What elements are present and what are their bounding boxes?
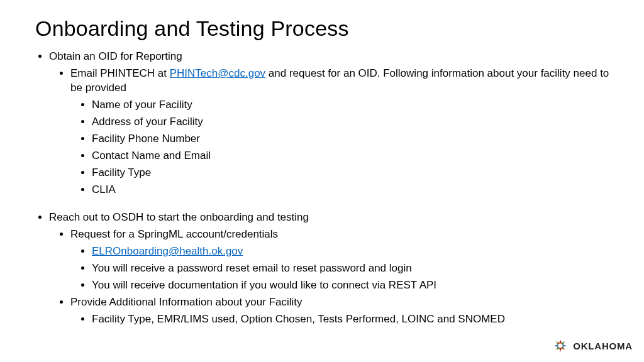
oklahoma-logo: OKLAHOMA — [552, 337, 633, 354]
text: Email PHINTECH at — [70, 67, 170, 79]
list-item: Provide Additional Information about you… — [70, 295, 613, 327]
slide: Onboarding and Testing Process Obtain an… — [0, 0, 644, 362]
list-item: Name of your Facility — [92, 98, 613, 112]
subsub-list: ELROnboarding@health.ok.gov You will rec… — [70, 244, 613, 293]
spacer — [35, 202, 613, 211]
list-item: Obtain an OID for Reporting Email PHINTE… — [49, 50, 613, 197]
logo-text: OKLAHOMA — [573, 341, 633, 351]
list-item: Facility Phone Number — [92, 132, 613, 146]
page-title: Onboarding and Testing Process — [35, 16, 613, 41]
list-item: Reach out to OSDH to start the onboardin… — [49, 211, 613, 327]
list-item: CLIA — [92, 183, 613, 197]
text: Provide Additional Information about you… — [70, 296, 303, 308]
text: Request for a SpringML account/credentia… — [70, 228, 278, 240]
sub-list: Request for a SpringML account/credentia… — [49, 228, 613, 327]
list-item: Address of your Facility — [92, 115, 613, 129]
bullet-list: Obtain an OID for Reporting Email PHINTE… — [35, 50, 613, 197]
list-item: Contact Name and Email — [92, 149, 613, 163]
list-item: ELROnboarding@health.ok.gov — [92, 244, 613, 259]
text: Reach out to OSDH to start the onboardin… — [49, 211, 309, 223]
sub-list: Email PHINTECH at PHINTech@cdc.gov and r… — [49, 67, 613, 197]
bullet-list: Reach out to OSDH to start the onboardin… — [35, 211, 613, 327]
list-item: Facility Type — [92, 166, 613, 180]
list-item: You will receive documentation if you wo… — [92, 278, 613, 293]
list-item: Request for a SpringML account/credentia… — [70, 228, 613, 293]
list-item: You will receive a password reset email … — [92, 261, 613, 276]
text: Obtain an OID for Reporting — [49, 50, 182, 62]
list-item: Facility Type, EMR/LIMS used, Option Cho… — [92, 312, 613, 327]
list-item: Email PHINTECH at PHINTech@cdc.gov and r… — [70, 67, 613, 197]
sunburst-icon — [552, 337, 569, 354]
subsub-list: Name of your Facility Address of your Fa… — [70, 98, 613, 197]
subsub-list: Facility Type, EMR/LIMS used, Option Cho… — [70, 312, 613, 327]
svg-point-0 — [559, 344, 562, 347]
email-link[interactable]: ELROnboarding@health.ok.gov — [92, 245, 243, 257]
email-link[interactable]: PHINTech@cdc.gov — [170, 67, 265, 79]
